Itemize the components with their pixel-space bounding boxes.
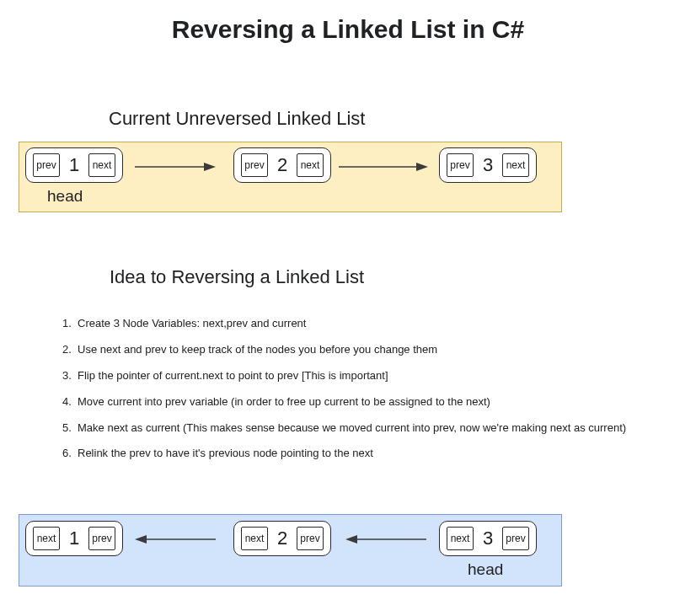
node-3-num: 3 — [480, 154, 495, 176]
section-heading-idea: Idea to Reversing a Linked List — [110, 266, 364, 288]
node-1b-next-slot: next — [33, 527, 60, 550]
head-label-top: head — [47, 187, 83, 206]
svg-marker-3 — [416, 163, 428, 171]
node-2b-next-slot: next — [241, 527, 268, 550]
step-6: 6.Relink the prev to have it's previous … — [62, 447, 688, 461]
section-heading-unreversed: Current Unreversed Linked List — [109, 108, 365, 130]
node-1b-prev-slot: prev — [88, 527, 115, 550]
node-2-prev-slot: prev — [241, 153, 268, 177]
node-1-bottom: next 1 prev — [25, 521, 123, 556]
step-4-text: Move current into prev variable (in orde… — [78, 395, 490, 410]
node-2-next-slot: next — [297, 153, 324, 177]
step-1-text: Create 3 Node Variables: next,prev and c… — [78, 317, 306, 331]
step-5-text: Make next as current (This makes sense b… — [78, 421, 626, 436]
node-3-next-slot: next — [502, 153, 529, 177]
arrow-left-2 — [345, 533, 426, 546]
step-4: 4.Move current into prev variable (in or… — [62, 395, 688, 410]
steps-list: 1.Create 3 Node Variables: next,prev and… — [29, 317, 688, 473]
node-3b-num: 3 — [480, 528, 495, 549]
svg-marker-7 — [345, 535, 357, 544]
step-6-text: Relink the prev to have it's previous no… — [78, 447, 373, 461]
node-1-prev-slot: prev — [33, 153, 60, 177]
arrow-right-1 — [135, 160, 216, 174]
step-5: 5.Make next as current (This makes sense… — [62, 421, 688, 436]
node-1-next-slot: next — [88, 153, 115, 177]
node-2-num: 2 — [275, 154, 290, 176]
step-3-text: Flip the pointer of current.next to poin… — [78, 369, 388, 383]
node-1-num: 1 — [67, 154, 82, 176]
step-1: 1.Create 3 Node Variables: next,prev and… — [62, 317, 688, 331]
node-3b-prev-slot: prev — [502, 527, 529, 550]
node-2-top: prev 2 next — [233, 147, 331, 183]
node-1-top: prev 1 next — [25, 147, 123, 183]
page-title: Reversing a Linked List in C# — [0, 15, 696, 44]
node-3-top: prev 3 next — [439, 147, 537, 183]
step-2-text: Use next and prev to keep track of the n… — [78, 343, 437, 357]
arrow-left-1 — [135, 533, 216, 546]
node-2b-num: 2 — [275, 528, 290, 549]
node-3-prev-slot: prev — [447, 153, 474, 177]
node-1b-num: 1 — [67, 528, 82, 549]
step-3: 3.Flip the pointer of current.next to po… — [62, 369, 688, 383]
svg-marker-5 — [135, 535, 147, 544]
arrow-right-2 — [339, 160, 428, 174]
svg-marker-1 — [204, 163, 216, 171]
head-label-bottom: head — [468, 560, 503, 579]
node-3-bottom: next 3 prev — [439, 521, 537, 556]
step-2: 2.Use next and prev to keep track of the… — [62, 343, 688, 357]
node-2-bottom: next 2 prev — [233, 521, 331, 556]
node-3b-next-slot: next — [447, 527, 474, 550]
node-2b-prev-slot: prev — [297, 527, 324, 550]
